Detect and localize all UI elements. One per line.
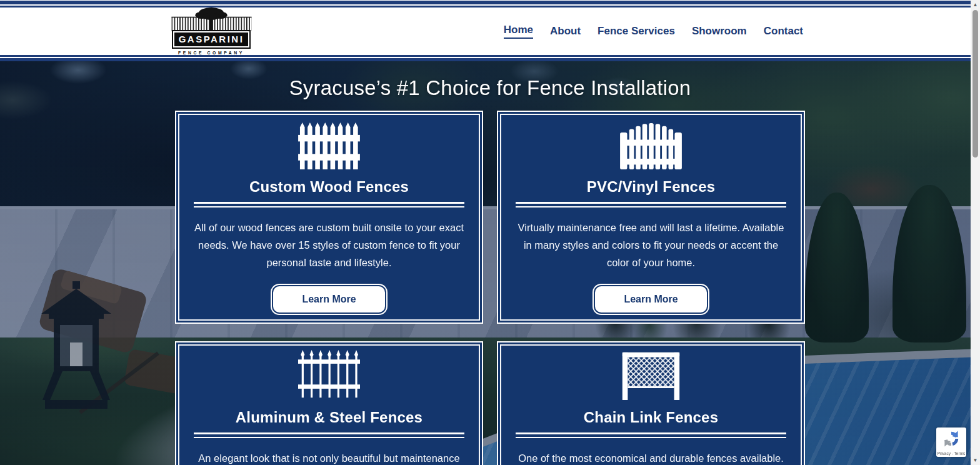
card-custom-wood-fences: Custom Wood Fences All of our wood fence… bbox=[175, 111, 483, 324]
nav-item-fence-services[interactable]: Fence Services bbox=[598, 25, 675, 38]
card-title: Custom Wood Fences bbox=[194, 178, 464, 196]
arched-vinyl-fence-icon bbox=[516, 122, 786, 169]
hero-section: Syracuse’s #1 Choice for Fence Installat… bbox=[0, 61, 980, 465]
recaptcha-logo-icon bbox=[942, 429, 961, 451]
recaptcha-privacy-terms[interactable]: Privacy - Terms bbox=[938, 451, 966, 456]
learn-more-button[interactable]: Learn More bbox=[273, 286, 384, 312]
main-nav: Home About Fence Services Showroom Conta… bbox=[504, 24, 803, 39]
page-title: Syracuse’s #1 Choice for Fence Installat… bbox=[0, 76, 980, 100]
card-description: One of the most economical and durable f… bbox=[516, 449, 786, 465]
card-divider bbox=[194, 202, 464, 208]
brand-name: GASPARINI bbox=[174, 32, 249, 46]
card-divider bbox=[194, 432, 464, 438]
nav-item-contact[interactable]: Contact bbox=[764, 25, 803, 38]
card-aluminum-steel-fences: Aluminum & Steel Fences An elegant look … bbox=[175, 341, 483, 465]
nav-item-home[interactable]: Home bbox=[504, 24, 533, 39]
brand-tagline: FENCE COMPANY bbox=[178, 51, 244, 55]
learn-more-button[interactable]: Learn More bbox=[595, 286, 706, 312]
card-description: All of our wood fences are custom built … bbox=[194, 219, 464, 271]
chain-link-fence-icon bbox=[516, 352, 786, 400]
card-description: An elegant look that is not only beautif… bbox=[194, 449, 464, 465]
service-card-grid: Custom Wood Fences All of our wood fence… bbox=[175, 111, 805, 465]
header-bottom-stripes bbox=[0, 55, 980, 61]
picket-fence-icon bbox=[194, 122, 464, 169]
scrollbar-thumb[interactable] bbox=[972, 10, 978, 158]
card-description: Virtually maintenance free and will last… bbox=[516, 219, 786, 271]
scrollbar-down-arrow-icon[interactable]: ▼ bbox=[971, 456, 980, 465]
header-top-stripes bbox=[0, 0, 980, 8]
brand-logo[interactable]: GASPARINI FENCE COMPANY bbox=[168, 8, 255, 55]
nav-item-about[interactable]: About bbox=[550, 25, 581, 38]
card-pvc-vinyl-fences: PVC/Vinyl Fences Virtually maintenance f… bbox=[497, 111, 805, 324]
ornamental-metal-fence-icon bbox=[194, 352, 464, 400]
card-title: Chain Link Fences bbox=[516, 409, 786, 426]
card-divider bbox=[516, 432, 786, 438]
scrollbar-up-arrow-icon[interactable]: ▲ bbox=[971, 0, 980, 9]
recaptcha-badge[interactable]: Privacy - Terms bbox=[936, 428, 966, 457]
brand-name-box: GASPARINI bbox=[172, 30, 251, 49]
page: GASPARINI FENCE COMPANY Home About Fence… bbox=[0, 0, 980, 465]
card-title: Aluminum & Steel Fences bbox=[194, 409, 464, 426]
vertical-scrollbar: ▲ ▼ bbox=[971, 0, 980, 465]
card-divider bbox=[516, 202, 786, 208]
nav-item-showroom[interactable]: Showroom bbox=[692, 25, 747, 38]
card-chain-link-fences: Chain Link Fences One of the most econom… bbox=[497, 341, 805, 465]
tree-fence-logo-icon bbox=[169, 8, 254, 30]
site-header: GASPARINI FENCE COMPANY Home About Fence… bbox=[0, 0, 980, 61]
card-title: PVC/Vinyl Fences bbox=[516, 178, 786, 196]
